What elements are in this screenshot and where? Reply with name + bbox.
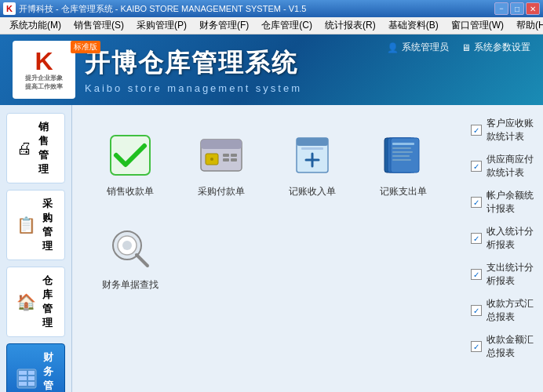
svg-rect-25 bbox=[392, 155, 410, 157]
menu-warehouse[interactable]: 仓库管理(C) bbox=[255, 17, 319, 34]
svg-rect-4 bbox=[28, 376, 35, 380]
sidebar-item-warehouse[interactable]: 🏠 仓库管理 bbox=[6, 267, 65, 337]
module-finance-search[interactable]: 财务单据查找 bbox=[91, 217, 169, 298]
menu-finance[interactable]: 财务管理(F) bbox=[193, 17, 255, 34]
svg-rect-17 bbox=[297, 138, 328, 146]
app-title-en: Kaibo store management system bbox=[85, 82, 530, 94]
module-purchase-payment[interactable]: 采购付款单 bbox=[182, 124, 261, 205]
right-panel-label-2: 帐户余额统计报表 bbox=[487, 189, 534, 216]
version-badge: 标准版 bbox=[71, 41, 100, 53]
checkbox-6[interactable]: ✓ bbox=[471, 341, 482, 352]
sidebar-warehouse-label: 仓库管理 bbox=[42, 274, 55, 330]
title-bar: K 开博科技 - 仓库管理系统 - KAIBO STORE MANAGEMENT… bbox=[0, 0, 543, 17]
sales-receipt-icon-box bbox=[105, 130, 155, 180]
close-button[interactable]: ✕ bbox=[526, 2, 540, 15]
menu-window[interactable]: 窗口管理(W) bbox=[445, 17, 510, 34]
title-text: 开博科技 - 仓库管理系统 - KAIBO STORE MANAGEMENT S… bbox=[19, 3, 494, 15]
monitor-icon: 🖥 bbox=[461, 42, 471, 53]
main-content: 销售收款单 bbox=[72, 105, 461, 392]
module-ledger-expense[interactable]: 记账支出单 bbox=[364, 124, 443, 205]
svg-rect-3 bbox=[19, 376, 27, 380]
ledger-expense-icon-box bbox=[378, 130, 428, 180]
module-ledger-income-label: 记账收入单 bbox=[289, 185, 336, 198]
right-panel-label-4: 支出统计分析报表 bbox=[487, 261, 534, 288]
menu-purchase[interactable]: 采购管理(P) bbox=[130, 17, 193, 34]
sidebar-finance-label: 财务管理 bbox=[43, 350, 55, 392]
user-icon: 👤 bbox=[387, 42, 399, 53]
checkbox-3[interactable]: ✓ bbox=[471, 233, 482, 244]
printer-icon: 🖨 bbox=[16, 137, 32, 159]
right-panel-item-5[interactable]: ✓ 收款方式汇总报表 bbox=[468, 295, 537, 326]
svg-rect-23 bbox=[392, 147, 411, 149]
finance-search-icon-box bbox=[105, 223, 155, 274]
checkbox-0[interactable]: ✓ bbox=[471, 125, 482, 136]
svg-rect-11 bbox=[223, 154, 229, 157]
menu-basic[interactable]: 基础资料(B) bbox=[382, 17, 445, 34]
right-panel-item-0[interactable]: ✓ 客户应收账款统计表 bbox=[468, 114, 537, 146]
minimize-button[interactable]: － bbox=[494, 2, 508, 15]
checkbox-2[interactable]: ✓ bbox=[471, 197, 482, 208]
sidebar: 🖨 销售管理 📋 采购管理 🏠 仓库管理 bbox=[0, 105, 72, 392]
maximize-button[interactable]: □ bbox=[510, 2, 524, 15]
header-right: 👤 系统管理员 🖥 系统参数设置 bbox=[387, 41, 530, 54]
sidebar-item-purchase[interactable]: 📋 采购管理 bbox=[6, 190, 65, 260]
svg-rect-1 bbox=[19, 371, 27, 375]
module-purchase-payment-label: 采购付款单 bbox=[198, 185, 245, 198]
clipboard-icon: 📋 bbox=[16, 214, 36, 236]
right-panel-item-3[interactable]: ✓ 收入统计分析报表 bbox=[468, 223, 537, 254]
right-panel: ✓ 客户应收账款统计表 ✓ 供应商应付款统计表 ✓ 帐户余额统计报表 ✓ 收入统… bbox=[461, 105, 543, 392]
user-label: 系统管理员 bbox=[402, 41, 449, 54]
svg-rect-2 bbox=[28, 371, 35, 375]
module-sales-receipt[interactable]: 销售收款单 bbox=[91, 124, 169, 205]
menu-reports[interactable]: 统计报表(R) bbox=[319, 17, 382, 34]
svg-rect-24 bbox=[392, 151, 413, 153]
svg-point-15 bbox=[210, 158, 213, 161]
right-panel-label-6: 收款金额汇总报表 bbox=[487, 333, 534, 360]
right-panel-item-2[interactable]: ✓ 帐户余额统计报表 bbox=[468, 187, 537, 218]
checkbox-5[interactable]: ✓ bbox=[471, 305, 482, 316]
svg-rect-14 bbox=[231, 158, 237, 162]
header-logo: K 提升企业形象 提高工作效率 bbox=[13, 41, 75, 99]
right-panel-label-3: 收入统计分析报表 bbox=[487, 225, 534, 252]
user-info[interactable]: 👤 系统管理员 bbox=[387, 41, 449, 54]
svg-rect-26 bbox=[392, 159, 411, 161]
app-header: K 提升企业形象 提高工作效率 标准版 开博仓库管理系统 Kaibo store… bbox=[0, 34, 543, 105]
svg-rect-6 bbox=[28, 382, 35, 386]
module-ledger-expense-label: 记账支出单 bbox=[380, 185, 427, 198]
checkbox-1[interactable]: ✓ bbox=[471, 161, 482, 172]
module-grid: 销售收款单 bbox=[85, 118, 449, 304]
main-container: K 提升企业形象 提高工作效率 标准版 开博仓库管理系统 Kaibo store… bbox=[0, 34, 543, 392]
right-panel-item-6[interactable]: ✓ 收款金额汇总报表 bbox=[468, 331, 537, 362]
house-icon: 🏠 bbox=[16, 291, 36, 313]
menu-sales[interactable]: 销售管理(S) bbox=[67, 17, 130, 34]
sidebar-item-sales[interactable]: 🖨 销售管理 bbox=[6, 113, 65, 183]
svg-rect-9 bbox=[201, 140, 242, 149]
svg-rect-5 bbox=[19, 382, 27, 386]
sidebar-item-finance[interactable]: 财务管理 bbox=[6, 343, 65, 392]
right-panel-label-1: 供应商应付款统计表 bbox=[487, 153, 534, 180]
module-sales-receipt-label: 销售收款单 bbox=[107, 185, 154, 198]
purchase-payment-icon-box bbox=[196, 130, 246, 180]
sidebar-sales-label: 销售管理 bbox=[38, 120, 55, 176]
module-ledger-income[interactable]: 记账收入单 bbox=[273, 124, 352, 205]
svg-rect-12 bbox=[223, 158, 229, 162]
svg-rect-18 bbox=[301, 147, 323, 150]
table-icon bbox=[16, 368, 37, 390]
right-panel-item-1[interactable]: ✓ 供应商应付款统计表 bbox=[468, 151, 537, 182]
checkbox-4[interactable]: ✓ bbox=[471, 269, 482, 280]
app-icon: K bbox=[3, 2, 16, 15]
module-finance-search-label: 财务单据查找 bbox=[102, 278, 159, 292]
logo-sub2: 提高工作效率 bbox=[25, 82, 63, 91]
menu-bar: 系统功能(M) 销售管理(S) 采购管理(P) 财务管理(F) 仓库管理(C) … bbox=[0, 17, 543, 34]
right-panel-item-4[interactable]: ✓ 支出统计分析报表 bbox=[468, 259, 537, 290]
menu-help[interactable]: 帮助(H) bbox=[510, 17, 543, 34]
settings-link[interactable]: 🖥 系统参数设置 bbox=[461, 41, 530, 54]
svg-rect-13 bbox=[231, 154, 237, 157]
menu-system[interactable]: 系统功能(M) bbox=[3, 17, 67, 34]
svg-line-29 bbox=[137, 255, 148, 266]
right-panel-label-5: 收款方式汇总报表 bbox=[487, 297, 534, 324]
right-panel-label-0: 客户应收账款统计表 bbox=[487, 117, 534, 143]
svg-point-30 bbox=[122, 241, 132, 250]
logo-k-letter: K bbox=[35, 49, 53, 74]
content-area: 🖨 销售管理 📋 采购管理 🏠 仓库管理 bbox=[0, 105, 543, 392]
